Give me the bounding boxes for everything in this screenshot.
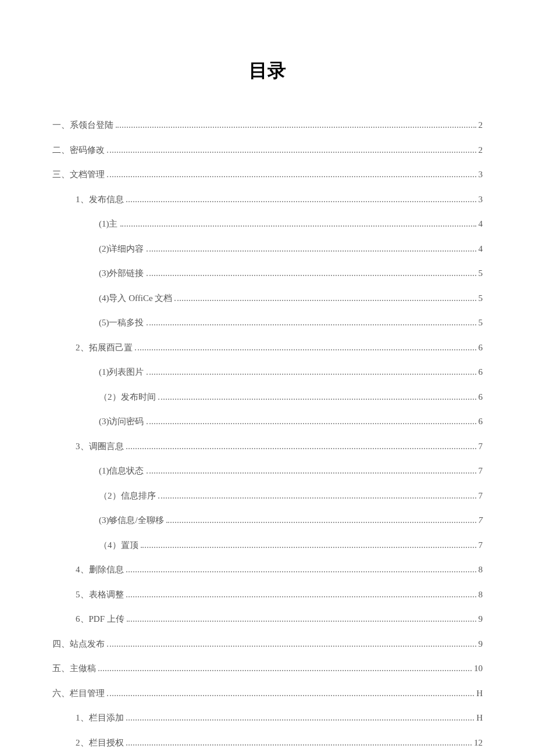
- toc-dots: [126, 591, 476, 597]
- toc-entry-label: (2)详细内容: [99, 242, 144, 256]
- toc-dots: [147, 468, 476, 474]
- toc-entry-label: （2）发布时间: [99, 390, 156, 404]
- toc-entry[interactable]: 4、删除信息8: [52, 563, 483, 576]
- toc-entry[interactable]: 3、调圈言息7: [52, 440, 483, 453]
- toc-entry[interactable]: 一、系领台登陆2: [52, 119, 483, 132]
- toc-entry-label: 四、站点发布: [52, 637, 105, 651]
- toc-dots: [158, 393, 476, 400]
- toc-entry-label: 5、表格调整: [76, 588, 124, 601]
- toc-entry-label: （4）置顶: [99, 539, 138, 552]
- toc-entry[interactable]: 五、主做稿10: [52, 662, 483, 675]
- toc-entry[interactable]: 2、拓展酉己置6: [52, 341, 483, 354]
- toc-dots: [141, 542, 476, 548]
- toc-entry[interactable]: 1、栏目添加H: [52, 711, 483, 725]
- toc-entry-label: (1)列表图片: [99, 366, 144, 379]
- toc-dots: [107, 690, 474, 696]
- toc-entry-page: 5: [479, 267, 483, 280]
- toc-entry[interactable]: （4）置顶7: [52, 539, 483, 552]
- toc-dots: [158, 492, 476, 499]
- toc-dots: [126, 715, 475, 721]
- toc-entry-label: (3)外部链接: [99, 267, 144, 280]
- toc-entry-page: 7: [479, 514, 483, 527]
- toc-entry[interactable]: 2、栏目授权12: [52, 736, 483, 750]
- toc-entry-page: 9: [479, 612, 483, 626]
- toc-dots: [147, 418, 476, 425]
- toc-entry-label: 六、栏目管理: [52, 687, 105, 700]
- toc-entry-page: 8: [479, 588, 483, 601]
- toc-entry-label: (1)信息状态: [99, 464, 144, 478]
- toc-entry-page: 2: [479, 144, 483, 157]
- toc-dots: [147, 369, 476, 375]
- toc-entry-label: （2）信息排序: [99, 489, 156, 503]
- toc-title: 目录: [52, 58, 483, 84]
- toc-entry-page: 7: [479, 440, 483, 453]
- toc-dots: [126, 567, 476, 573]
- toc-entry-label: 2、拓展酉己置: [76, 341, 133, 354]
- toc-entry-label: 2、栏目授权: [76, 736, 124, 750]
- toc-dots: [147, 320, 476, 326]
- toc-entry-label: 二、密码修改: [52, 144, 105, 157]
- toc-list: 一、系领台登陆2二、密码修改2三、文档管理31、发布信息3(1)主4(2)详细内…: [52, 119, 483, 749]
- toc-dots: [107, 640, 476, 647]
- toc-entry[interactable]: (5)一稿多投5: [52, 316, 483, 329]
- toc-entry-label: (1)主: [99, 217, 118, 231]
- toc-entry[interactable]: 四、站点发布9: [52, 637, 483, 651]
- toc-entry-label: 3、调圈言息: [76, 440, 124, 453]
- toc-entry-page: 6: [479, 415, 483, 428]
- toc-dots: [126, 196, 476, 202]
- toc-entry-page: 9: [479, 637, 483, 651]
- toc-entry[interactable]: (3)访问密码6: [52, 415, 483, 428]
- toc-entry-page: 7: [479, 464, 483, 478]
- toc-entry-page: H: [476, 711, 483, 725]
- toc-dots: [174, 295, 476, 301]
- toc-dots: [116, 122, 476, 128]
- toc-entry-page: 4: [479, 242, 483, 256]
- toc-entry-label: 4、删除信息: [76, 563, 124, 576]
- toc-entry-page: 5: [479, 292, 483, 305]
- toc-entry[interactable]: （2）信息排序7: [52, 489, 483, 503]
- toc-dots: [127, 616, 476, 622]
- toc-entry[interactable]: (1)信息状态7: [52, 464, 483, 478]
- toc-entry[interactable]: 二、密码修改2: [52, 144, 483, 157]
- toc-entry-page: 3: [479, 193, 483, 206]
- toc-entry[interactable]: (4)导入 OffiCe 文档5: [52, 292, 483, 305]
- toc-entry-page: 4: [479, 217, 483, 231]
- toc-entry[interactable]: （2）发布时间6: [52, 390, 483, 404]
- toc-entry[interactable]: (1)列表图片6: [52, 366, 483, 379]
- toc-dots: [166, 517, 476, 524]
- toc-dots: [135, 344, 476, 350]
- toc-entry-page: H: [476, 687, 483, 700]
- toc-entry-label: (4)导入 OffiCe 文档: [99, 292, 172, 305]
- toc-entry-page: 10: [474, 662, 483, 675]
- toc-entry-label: 6、PDF 上传: [76, 612, 124, 626]
- toc-entry-label: 三、文档管理: [52, 168, 105, 181]
- toc-entry-label: 五、主做稿: [52, 662, 96, 675]
- toc-entry[interactable]: 三、文档管理3: [52, 168, 483, 181]
- toc-entry[interactable]: 1、发布信息3: [52, 193, 483, 206]
- toc-entry-label: (5)一稿多投: [99, 316, 144, 329]
- toc-entry-label: (3)够信息/全聊移: [99, 514, 164, 527]
- toc-entry-label: 1、栏目添加: [76, 711, 124, 725]
- toc-dots: [147, 245, 476, 252]
- toc-entry[interactable]: (3)外部链接5: [52, 267, 483, 280]
- toc-dots: [126, 739, 472, 746]
- toc-entry[interactable]: 六、栏目管理H: [52, 687, 483, 700]
- toc-dots: [107, 171, 476, 178]
- toc-entry[interactable]: (2)详细内容4: [52, 242, 483, 256]
- toc-entry[interactable]: (1)主4: [52, 217, 483, 231]
- toc-entry-page: 6: [479, 390, 483, 404]
- toc-entry-page: 7: [479, 539, 483, 552]
- toc-entry[interactable]: (3)够信息/全聊移7: [52, 514, 483, 527]
- toc-entry-page: 8: [479, 563, 483, 576]
- toc-entry[interactable]: 6、PDF 上传9: [52, 612, 483, 626]
- toc-entry-page: 12: [474, 736, 483, 750]
- toc-entry-page: 5: [479, 316, 483, 329]
- toc-dots: [126, 443, 476, 449]
- toc-entry-label: (3)访问密码: [99, 415, 144, 428]
- toc-entry-page: 7: [479, 489, 483, 503]
- toc-dots: [120, 221, 476, 227]
- toc-entry-page: 6: [479, 341, 483, 354]
- toc-entry-page: 6: [479, 366, 483, 379]
- toc-entry-page: 3: [479, 168, 483, 181]
- toc-entry[interactable]: 5、表格调整8: [52, 588, 483, 601]
